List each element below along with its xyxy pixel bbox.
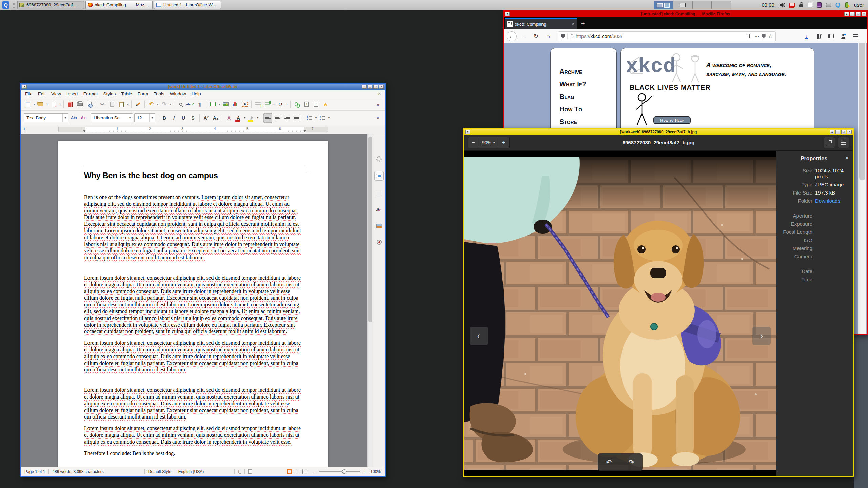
numbered-dropdown-icon[interactable]: ▾ [327,116,331,119]
copy-button[interactable] [107,100,116,109]
account-button[interactable] [838,31,848,41]
next-image-button[interactable]: › [752,327,771,345]
taskbar-window-image-viewer[interactable]: 6968727080_29ecef8af... [17,1,84,9]
font-color-dropdown-icon[interactable]: ▾ [243,116,246,119]
maximize-button[interactable]: □ [841,130,846,134]
zoom-out-icon[interactable]: − [314,469,317,474]
left-indent-marker[interactable] [83,130,86,132]
align-left-button[interactable] [263,113,272,123]
sidebar-gallery-tab[interactable] [374,221,384,231]
minimize-button[interactable]: ▁ [835,130,840,134]
document-paragraph[interactable]: Lorem ipsum dolor sit amet, consectetur … [84,274,302,335]
bullet-dropdown-icon[interactable]: ▾ [314,116,318,119]
taskbar-window-writer[interactable]: Untitled 1 - LibreOffice W... [154,1,221,9]
workspace-3[interactable] [692,1,712,9]
word-count-status[interactable]: 486 words, 3,098 characters [52,469,103,474]
font-color-button[interactable]: A [234,113,243,123]
new-dropdown-icon[interactable]: ▾ [33,103,36,106]
page-count-status[interactable]: Page 1 of 1 [24,469,45,474]
insert-special-character-button[interactable]: Ω [276,100,285,109]
document-conclusion[interactable]: Therefore I conclude: Ben is the best do… [84,450,302,457]
insert-hyperlink-button[interactable] [293,100,301,109]
print-button[interactable] [75,100,84,109]
insert-table-button[interactable] [209,100,217,109]
firefox-titlebar[interactable]: ▾ [untrusted] xkcd: Compiling __ Mozilla… [504,11,867,17]
open-dropdown-icon[interactable]: ▾ [45,103,49,106]
zoom-in-button[interactable]: + [498,137,510,148]
clone-formatting-button[interactable] [134,100,142,109]
menu-window[interactable]: Window [167,90,189,97]
cut-button[interactable]: ✂ [98,100,107,109]
shade-button[interactable]: ▴ [844,12,849,16]
tracking-shield-icon[interactable] [561,34,565,38]
app-menu-button[interactable] [850,31,861,41]
print-preview-button[interactable] [85,100,94,109]
font-size-combo[interactable]: 12 ▾ [134,113,155,122]
close-button[interactable]: × [379,85,384,89]
sidebar-styles-tab[interactable]: A [374,205,384,215]
shade-button[interactable]: ▴ [830,130,834,134]
paragraph-style-combo[interactable]: Text Body ▾ [24,113,68,122]
viewer-titlebar[interactable]: ▾ [work-web] 6968727080_29ecef8af7_b.jpg… [464,129,853,135]
properties-close-icon[interactable]: × [846,155,849,161]
shade-button[interactable]: ▴ [362,85,367,89]
devices-tray-icon[interactable] [816,2,823,8]
minimize-button[interactable]: ▁ [850,12,855,16]
subscript-button[interactable]: A₂ [211,113,220,123]
scrollbar-thumb[interactable] [368,137,372,322]
nav-link-archive[interactable]: Archive [559,65,616,78]
menu-insert[interactable]: Insert [64,90,81,97]
insert-chart-button[interactable] [231,100,240,109]
strikethrough-button[interactable]: S [189,113,197,123]
forward-button[interactable]: → [519,31,529,41]
viewer-menu-button[interactable] [838,137,849,148]
battery-icon[interactable] [843,2,851,8]
clear-formatting-button[interactable]: A [224,113,233,123]
taskbar-grip-handle[interactable] [13,2,15,8]
save-dropdown-icon[interactable]: ▾ [58,103,62,106]
page-scrollbar[interactable] [858,43,866,334]
field-dropdown-icon[interactable]: ▾ [272,103,276,106]
menu-edit[interactable]: Edit [35,90,48,97]
unsaved-changes-icon[interactable] [248,469,252,474]
highlight-dropdown-icon[interactable]: ▾ [256,116,259,119]
rotate-right-button[interactable]: ↷ [629,458,634,466]
page-scrollbar-thumb[interactable] [859,43,865,180]
language-status[interactable]: English (USA) [178,469,204,474]
toolbar-overflow-icon[interactable]: » [374,100,382,109]
tab-xkcd[interactable]: xkcd: Compiling × [505,18,577,29]
minimize-button[interactable]: ▁ [368,85,372,89]
undo-button[interactable]: ↶ [147,100,156,109]
zoom-level-dropdown[interactable]: 90% ▾ [479,137,498,148]
tab-close-icon[interactable]: × [572,22,574,26]
bookmark-star-icon[interactable]: ☆ [768,33,773,39]
writer-titlebar[interactable]: ▾ [work] Untitled 1 - LibreOffice Writer… [21,84,385,90]
spelling-button[interactable]: abc✓ [186,100,195,109]
new-document-button[interactable] [23,100,32,109]
back-button[interactable]: ← [507,31,517,41]
update-style-button[interactable]: A↻ [70,113,78,123]
insert-image-button[interactable] [221,100,230,109]
font-name-combo[interactable]: Liberation Se ▾ [91,113,133,122]
reader-mode-icon[interactable] [746,34,750,38]
close-document-icon[interactable]: × [375,90,383,97]
qubes-tray-icon[interactable]: Q [834,2,842,8]
sidebar-page-tab[interactable] [374,190,384,199]
bold-button[interactable]: B [160,113,169,123]
nav-link-blag[interactable]: Blag [559,90,616,103]
menu-form[interactable]: Form [135,90,151,97]
zoom-in-icon[interactable]: + [363,469,366,474]
insert-bookmark-button[interactable]: ★ [321,100,330,109]
italic-button[interactable]: I [170,113,178,123]
sidebar-properties-tab[interactable] [374,171,384,181]
new-style-button[interactable]: A+ [79,113,88,123]
open-button[interactable] [36,100,45,109]
display-tray-icon[interactable] [788,2,796,8]
new-tab-button[interactable]: + [577,20,589,29]
insert-field-button[interactable] [263,100,272,109]
numbered-list-button[interactable] [318,113,327,123]
nav-link-store[interactable]: Store [559,116,616,128]
book-view-icon[interactable] [302,469,309,474]
sidebar-toggle-button[interactable] [826,31,836,41]
document-paragraph[interactable]: Ben is one of the dogs sometimes present… [84,194,302,261]
